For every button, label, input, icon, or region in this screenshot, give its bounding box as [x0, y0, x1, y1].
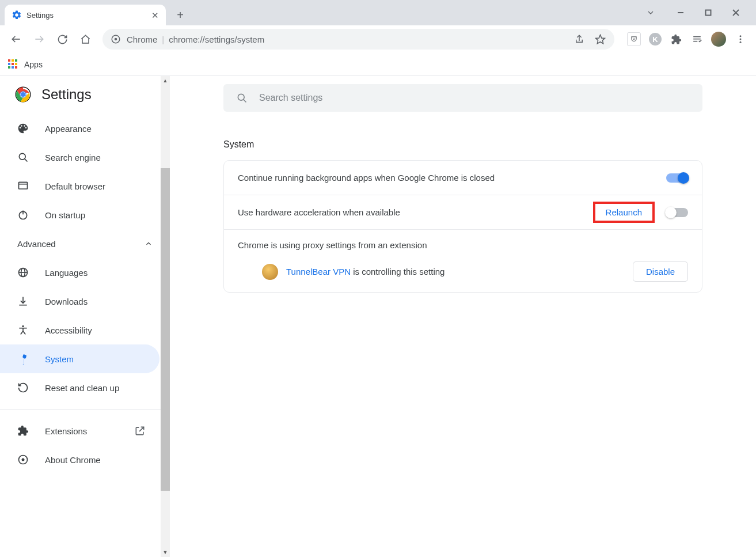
sidebar-header: Settings [0, 86, 170, 114]
pocket-icon[interactable] [627, 32, 641, 46]
svg-point-7 [115, 38, 117, 41]
window-controls [643, 3, 751, 25]
advanced-label: Advanced [17, 239, 56, 249]
scrollbar-thumb[interactable] [161, 168, 170, 491]
proxy-heading: Chrome is using proxy settings from an e… [238, 240, 688, 250]
sidebar: ▲ ▼ Settings Appearance [0, 76, 170, 557]
toggle-background-apps[interactable] [666, 173, 688, 183]
sidebar-item-label: Appearance [45, 124, 92, 134]
tunnelbear-icon [262, 264, 278, 280]
sidebar-item-extensions[interactable]: Extensions [0, 416, 159, 445]
back-button[interactable] [6, 29, 26, 50]
search-input[interactable] [259, 93, 690, 103]
svg-line-33 [23, 331, 25, 335]
sidebar-title: Settings [41, 86, 92, 103]
new-tab-button[interactable]: + [172, 6, 189, 24]
share-icon[interactable] [573, 33, 586, 46]
sidebar-item-on-startup[interactable]: On startup [0, 200, 159, 229]
apps-icon [8, 59, 18, 70]
svg-line-34 [139, 427, 144, 431]
chrome-logo-icon [15, 86, 31, 103]
gear-icon [12, 10, 22, 20]
browser-chrome: Settings ✕ + Chrome | chrome://settings/… [0, 0, 756, 76]
sidebar-item-system[interactable]: System [0, 344, 159, 373]
sidebar-item-label: Downloads [45, 297, 88, 306]
setting-label: Continue running background apps when Go… [238, 173, 666, 183]
reload-button[interactable] [52, 29, 73, 50]
sidebar-item-appearance[interactable]: Appearance [0, 114, 159, 143]
toggle-hardware-accel[interactable] [666, 208, 688, 217]
svg-point-17 [21, 92, 25, 97]
menu-icon[interactable] [734, 33, 747, 46]
setting-row-hardware-accel: Use hardware acceleration when available… [224, 195, 702, 230]
main-content: System Continue running background apps … [170, 76, 756, 557]
scroll-down-arrow[interactable]: ▼ [161, 548, 170, 557]
sidebar-item-label: System [45, 354, 74, 364]
sidebar-item-search-engine[interactable]: Search engine [0, 143, 159, 172]
minimize-button[interactable] [667, 3, 694, 22]
extension-name-link[interactable]: TunnelBear VPN [286, 267, 351, 276]
scroll-up-arrow[interactable]: ▲ [161, 76, 170, 85]
sidebar-item-label: On startup [45, 210, 85, 220]
sidebar-item-label: Search engine [45, 153, 101, 162]
maximize-button[interactable] [695, 3, 721, 22]
sidebar-item-label: Reset and clean up [45, 383, 119, 393]
svg-point-29 [22, 325, 24, 327]
sidebar-item-label: Languages [45, 268, 88, 278]
svg-point-14 [740, 41, 742, 43]
disable-button[interactable]: Disable [633, 262, 688, 282]
sidebar-item-default-browser[interactable]: Default browser [0, 172, 159, 200]
sidebar-item-label: Accessibility [45, 325, 92, 335]
forward-button[interactable] [29, 29, 50, 50]
tab-settings[interactable]: Settings ✕ [5, 5, 166, 25]
relaunch-button[interactable]: Relaunch [593, 202, 655, 223]
sidebar-item-downloads[interactable]: Downloads [0, 287, 159, 316]
extensions-icon[interactable] [670, 33, 682, 46]
reading-list-icon[interactable] [690, 33, 703, 46]
svg-marker-8 [595, 35, 605, 43]
tab-title: Settings [26, 11, 54, 20]
external-link-icon [134, 425, 146, 437]
apps-label: Apps [24, 60, 43, 69]
search-icon [236, 92, 248, 104]
bookmark-star-icon[interactable] [594, 33, 606, 46]
tab-strip: Settings ✕ + [0, 0, 756, 25]
k-extension-icon[interactable]: K [649, 33, 662, 46]
setting-label: Use hardware acceleration when available [238, 207, 593, 217]
system-settings-card: Continue running background apps when Go… [223, 160, 702, 293]
scrollbar[interactable]: ▲ ▼ [161, 76, 170, 557]
svg-point-18 [19, 153, 25, 160]
svg-line-38 [244, 100, 246, 103]
tab-search-button[interactable] [643, 8, 658, 17]
home-button[interactable] [75, 29, 96, 50]
profile-avatar[interactable] [711, 32, 726, 47]
omnibox[interactable]: Chrome | chrome://settings/system [102, 29, 614, 50]
sidebar-item-about[interactable]: About Chrome [0, 445, 159, 474]
divider [0, 409, 170, 410]
section-title: System [223, 139, 702, 150]
svg-point-37 [238, 94, 244, 100]
setting-row-proxy: Chrome is using proxy settings from an e… [224, 230, 702, 292]
settings-page: ▲ ▼ Settings Appearance [0, 76, 756, 557]
apps-shortcut[interactable]: Apps [8, 59, 43, 70]
extension-suffix: is controlling this setting [351, 267, 445, 276]
close-window-button[interactable] [723, 3, 749, 22]
svg-point-36 [22, 459, 25, 461]
omnibox-text: Chrome | chrome://settings/system [127, 35, 264, 44]
toolbar: Chrome | chrome://settings/system K [0, 25, 756, 53]
sidebar-item-label: About Chrome [45, 455, 101, 465]
sidebar-item-reset[interactable]: Reset and clean up [0, 373, 159, 402]
bookmark-bar: Apps [0, 53, 756, 76]
close-tab-icon[interactable]: ✕ [151, 11, 159, 20]
sidebar-item-accessibility[interactable]: Accessibility [0, 316, 159, 344]
sidebar-item-label: Extensions [45, 426, 87, 436]
chevron-up-icon [145, 240, 153, 248]
sidebar-section-advanced[interactable]: Advanced [0, 229, 170, 258]
sidebar-item-label: Default browser [45, 181, 105, 191]
svg-rect-20 [19, 182, 28, 189]
sidebar-item-languages[interactable]: Languages [0, 258, 159, 287]
svg-line-19 [25, 159, 28, 162]
site-info-icon[interactable] [111, 34, 121, 44]
search-settings-box[interactable] [223, 84, 702, 112]
svg-rect-1 [706, 10, 711, 16]
